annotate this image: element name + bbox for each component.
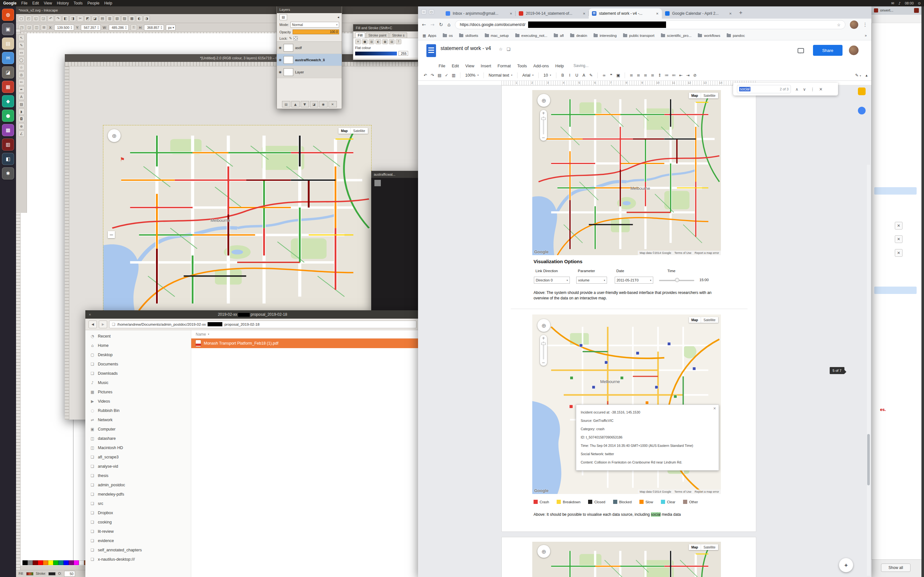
incident-map-figure[interactable]: ⊕ + − Map Satellite Melbourne ✕ Incident… — [532, 314, 721, 494]
insert-link-icon[interactable]: ∞ — [601, 71, 607, 79]
sidebar-item[interactable]: ❏afl_scrape3 — [86, 452, 191, 462]
duplicate-layer-icon[interactable]: ◪ — [310, 101, 318, 107]
redo-icon[interactable]: ↷ — [429, 71, 436, 79]
menubar-app-name[interactable]: Google — [3, 1, 16, 5]
insert-image-icon[interactable]: ▣ — [615, 71, 622, 79]
cut-icon[interactable]: ✂ — [77, 15, 83, 22]
undo-icon[interactable]: ↶ — [422, 71, 429, 79]
sidebar-item[interactable]: ❏thesis — [86, 471, 191, 480]
inkscape[interactable]: ◆ — [2, 95, 14, 107]
redo-icon[interactable]: ↷ — [55, 15, 61, 22]
zoom-icon[interactable]: ◩ — [84, 15, 91, 22]
map-pan-control[interactable]: ⊕ — [537, 545, 550, 558]
document-title[interactable]: statement of work - v4 — [441, 45, 491, 51]
tab-gmail[interactable]: Inbox - anjsimmo@gmail...✕ — [443, 8, 515, 19]
file-row[interactable]: Monash Transport Platform_Feb18 (1).pdf — [191, 338, 420, 348]
panel-menu-icon[interactable]: ◂ — [338, 15, 339, 19]
bookmark-item[interactable]: mac_setup — [485, 34, 509, 37]
lock-ratio-icon[interactable]: ⚿ — [131, 24, 137, 31]
bucket-tool-icon[interactable]: ◘ — [18, 116, 25, 122]
tab-docs-active[interactable]: statement of work - v4 -...✕ — [589, 8, 662, 19]
app-icon[interactable] — [914, 8, 919, 13]
bookmark-item[interactable]: workflows — [698, 34, 720, 37]
layers-panel-titlebar[interactable]: Layers — [277, 6, 342, 13]
align-right-icon[interactable]: ≡ — [642, 71, 649, 79]
layer-row[interactable]: ◉ asdf — [277, 42, 342, 54]
sidebar-item[interactable]: ❏analyse-vid — [86, 462, 191, 471]
find-previous-icon[interactable]: ∧ — [795, 87, 798, 92]
tab-fill[interactable]: Fill — [355, 32, 365, 38]
sidebar-item[interactable]: ◫Macintosh HD — [86, 443, 191, 452]
map-zoom-control[interactable]: + − — [540, 335, 547, 366]
zoom-in-icon[interactable]: + — [542, 111, 545, 115]
bookmark-item[interactable]: executing_not... — [515, 34, 548, 37]
terminal[interactable]: ▣ — [2, 23, 14, 35]
saving-status[interactable]: Saving... — [573, 63, 589, 68]
find-input[interactable]: social2 of 3 — [737, 85, 791, 93]
share-button[interactable]: Share — [813, 45, 843, 56]
channel-value-input[interactable]: 255 — [399, 51, 408, 56]
text-tool-icon[interactable]: A — [18, 93, 25, 100]
map-pan-control[interactable]: ⊕ — [537, 94, 550, 107]
pattern-icon[interactable]: ▦ — [382, 39, 388, 44]
flip-h-icon[interactable]: ◫ — [33, 24, 40, 31]
tab-close-icon[interactable]: ✕ — [583, 12, 586, 15]
anchor-layer-icon[interactable]: ◉ — [319, 101, 328, 107]
traffic-map-figure[interactable]: ⊕ Map Satellite — [532, 542, 721, 577]
width-input[interactable]: 485.286▲▼ — [109, 25, 129, 31]
palette-color[interactable] — [53, 560, 58, 565]
font-size-select[interactable]: 10▾ — [541, 72, 553, 79]
delete-layer-icon[interactable]: ✕ — [328, 101, 337, 107]
radial-gradient-icon[interactable]: ◐ — [375, 39, 381, 44]
measure-tool-icon[interactable]: ∠ — [18, 131, 25, 137]
scrollbar-thumb[interactable] — [867, 434, 870, 485]
back-button[interactable]: ◀ — [89, 321, 97, 328]
new-layer-icon[interactable]: ▤ — [282, 101, 290, 107]
palette-color[interactable] — [38, 560, 43, 565]
terminal-titlebar[interactable]: austrafficwat... — [371, 171, 420, 178]
sidebar-item[interactable]: ❏x-nautilus-desktop:/// — [86, 554, 191, 564]
find-options-icon[interactable]: ⋮ — [811, 87, 814, 92]
map-button[interactable]: Map — [689, 317, 701, 323]
map-button[interactable]: Map — [338, 128, 351, 134]
palette-color[interactable] — [79, 560, 84, 565]
home-icon[interactable]: ⌂ — [447, 22, 451, 27]
map-pan-control[interactable]: ⊕ — [537, 319, 550, 332]
ellipse-tool-icon[interactable]: ◯ — [18, 57, 25, 63]
sidebar-item[interactable]: ❏Dropbox — [86, 508, 191, 517]
ungroup-icon[interactable]: ▥ — [107, 15, 113, 22]
bookmark-star-icon[interactable]: ☆ — [837, 23, 841, 27]
star-tool-icon[interactable]: ☆ — [18, 64, 25, 71]
sidebar-item[interactable]: ▶Videos — [86, 396, 191, 406]
popup-close-icon[interactable]: ✕ — [713, 406, 716, 411]
sidebar-item[interactable]: ❏cooking — [86, 517, 191, 527]
mail-indicator-icon[interactable]: ✉ — [891, 1, 894, 5]
gimp-horizontal-ruler[interactable] — [65, 62, 420, 66]
line-spacing-icon[interactable]: ↕ — [656, 71, 663, 79]
docs-scrollbar[interactable] — [867, 165, 870, 576]
column-header[interactable]: Name▾ — [191, 330, 420, 338]
docs-canvas[interactable]: ⊕ + − Map Satellite Melbourne Google Map… — [418, 85, 871, 577]
calendar-addon-icon[interactable] — [858, 87, 866, 95]
undo-icon[interactable]: ↶ — [47, 15, 54, 22]
system[interactable]: ◧ — [2, 153, 14, 165]
volume-icon[interactable]: ♪ — [898, 1, 901, 5]
profile-avatar[interactable] — [850, 21, 858, 29]
rectangle-tool-icon[interactable]: ▭ — [18, 49, 25, 56]
files[interactable]: ▤ — [2, 37, 14, 50]
preferences-icon[interactable]: ◑ — [144, 15, 150, 22]
star-document-icon[interactable]: ☆ — [499, 47, 503, 52]
palette-color[interactable] — [27, 560, 33, 565]
flat-color-icon[interactable]: ■ — [362, 39, 368, 44]
chrome[interactable]: ● — [2, 110, 14, 122]
no-paint-icon[interactable]: ✕ — [355, 39, 361, 44]
swatch-icon[interactable]: ▤ — [389, 39, 395, 44]
docs-menu-item[interactable]: Format — [498, 63, 511, 68]
sidebar-item[interactable]: ❏mendeley-pdfs — [86, 490, 191, 499]
outdent-icon[interactable]: ⇤ — [677, 71, 684, 79]
lower-layer-icon[interactable]: ▼ — [300, 101, 309, 107]
account-avatar[interactable] — [849, 45, 859, 55]
menubar-menu-item[interactable]: Tools — [74, 1, 83, 5]
terms-link[interactable]: Terms of Use — [674, 251, 691, 255]
chrome-menu-icon[interactable]: ⋮ — [863, 22, 867, 27]
